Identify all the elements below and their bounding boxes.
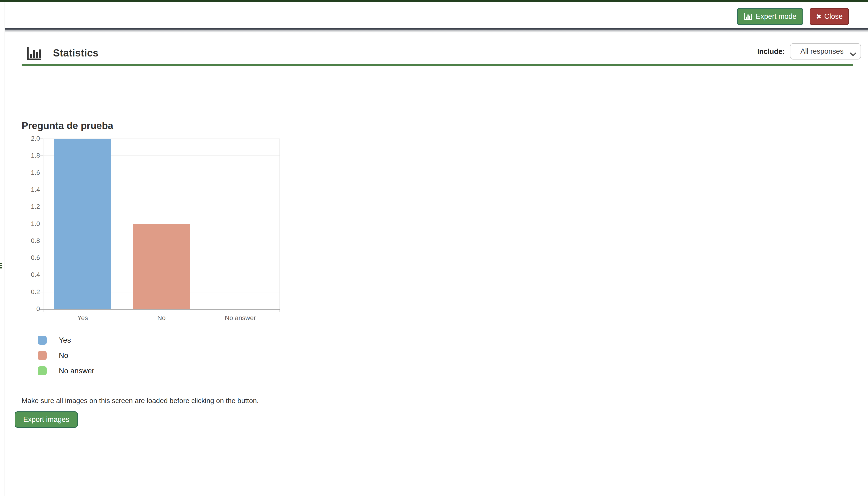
y-tick-label: 2.0 <box>12 135 40 142</box>
top-accent-bar <box>0 0 868 2</box>
export-note: Make sure all images on this screen are … <box>21 397 259 405</box>
expert-mode-label: Expert mode <box>756 12 797 21</box>
y-tick <box>40 292 43 292</box>
y-tick-label: 0.4 <box>12 271 40 278</box>
expert-mode-button[interactable]: Expert mode <box>737 8 803 25</box>
legend-item: No <box>38 351 94 360</box>
y-tick-label: 0 <box>12 305 40 313</box>
chart-title: Pregunta de prueba <box>21 120 113 131</box>
gridline <box>122 139 122 309</box>
chevron-down-icon <box>850 50 856 58</box>
legend-swatch <box>38 336 47 345</box>
y-tick-label: 1.2 <box>12 203 40 210</box>
y-tick <box>40 258 43 258</box>
y-tick <box>40 155 43 156</box>
legend-label: Yes <box>59 336 71 344</box>
close-icon: ✖ <box>816 13 821 20</box>
legend-label: No <box>59 351 68 360</box>
left-panel-divider <box>4 2 4 496</box>
legend-item: Yes <box>38 336 94 345</box>
y-tick-label: 1.0 <box>12 220 40 228</box>
y-tick-label: 0.6 <box>12 254 40 262</box>
header-shadow <box>5 28 868 33</box>
chart-legend: YesNoNo answer <box>38 336 94 382</box>
grip-dot <box>0 265 2 266</box>
export-images-button[interactable]: Export images <box>15 412 78 428</box>
y-tick <box>40 275 43 275</box>
bar-no <box>133 224 190 309</box>
legend-label: No answer <box>59 367 94 375</box>
y-tick <box>40 224 43 224</box>
gridline <box>201 139 201 309</box>
section-underline <box>21 64 853 66</box>
include-label: Include: <box>743 47 785 56</box>
grip-dot <box>0 267 2 268</box>
close-button[interactable]: ✖ Close <box>810 8 849 25</box>
y-tick-label: 1.6 <box>12 169 40 176</box>
legend-item: No answer <box>38 366 94 375</box>
gridline <box>43 139 44 309</box>
x-tick-label: Yes <box>43 314 122 322</box>
y-tick <box>40 207 43 207</box>
legend-swatch <box>38 351 47 360</box>
legend-swatch <box>38 366 47 375</box>
y-tick-label: 1.4 <box>12 186 40 193</box>
bar-chart-icon <box>744 13 753 20</box>
y-tick <box>40 241 43 241</box>
x-tick-label: No <box>122 314 201 322</box>
x-tick-label: No answer <box>201 314 280 322</box>
x-axis-line <box>40 309 280 310</box>
sidebar-toggle-grip[interactable] <box>0 263 2 269</box>
y-tick-label: 0.8 <box>12 237 40 245</box>
bar-yes <box>54 139 111 309</box>
y-tick-label: 1.8 <box>12 152 40 159</box>
y-tick-label: 0.2 <box>12 288 40 296</box>
include-select[interactable]: All responses <box>790 43 861 60</box>
y-tick <box>40 139 43 139</box>
statistics-page: Expert mode ✖ Close Statistics Include: … <box>0 0 868 496</box>
y-tick <box>40 173 43 173</box>
gridline <box>280 139 280 309</box>
header-buttons: Expert mode ✖ Close <box>737 8 849 25</box>
export-images-label: Export images <box>23 415 69 424</box>
window-header: Expert mode ✖ Close <box>4 2 868 28</box>
y-tick <box>40 190 43 190</box>
page-title: Statistics <box>53 46 98 60</box>
include-selected-value: All responses <box>800 47 843 56</box>
close-label: Close <box>824 12 843 21</box>
grip-dot <box>0 263 2 264</box>
statistics-icon <box>26 46 42 62</box>
